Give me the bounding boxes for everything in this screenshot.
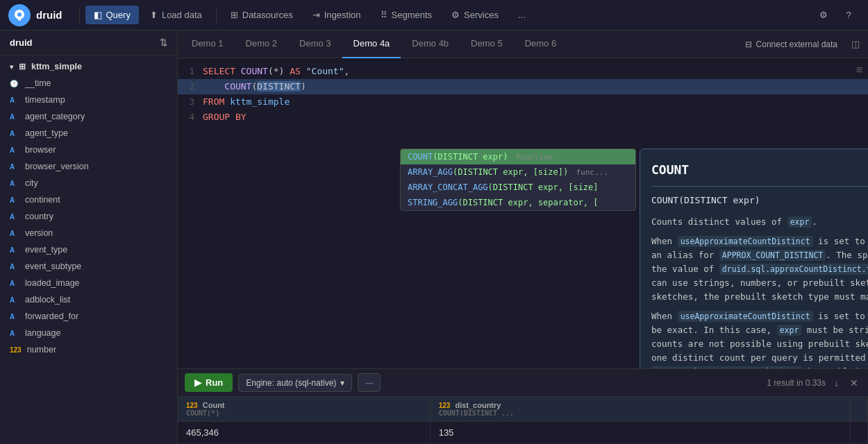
tab-demo5[interactable]: Demo 5 [460, 31, 514, 58]
scrollbar-cell [851, 422, 868, 444]
nav-item-query[interactable]: ◧ Query [85, 6, 139, 24]
sidebar-item-browser_version[interactable]: Abrowser_version [0, 158, 177, 175]
chevron-down-icon: ▾ [340, 378, 344, 388]
tab-demo3[interactable]: Demo 3 [288, 31, 342, 58]
table-row: 465,346 135 [178, 422, 868, 444]
main-layout: druid ⇅ ▾ ⊞ kttm_simple 🕐__timeAtimestam… [0, 31, 868, 444]
results-table: 123 Count COUNT(*) 123 dist_country COUN… [178, 397, 868, 444]
editor-area: 1 SELECT COUNT(*) AS "Count", 2 COUNT(DI… [178, 58, 868, 444]
sidebar-item-agent_type[interactable]: Aagent_type [0, 125, 177, 142]
sidebar-title: druid [10, 37, 33, 48]
browser-type-icon: A [10, 146, 19, 154]
city-type-icon: A [10, 180, 19, 187]
sidebar-item-timestamp[interactable]: Atimestamp [0, 92, 177, 108]
col-header-count: 123 Count COUNT(*) [178, 397, 430, 422]
sidebar-item-number[interactable]: 123number [0, 341, 177, 358]
agent_type-type-icon: A [10, 130, 19, 137]
tab-demo4a[interactable]: Demo 4a [342, 31, 401, 58]
sidebar-header: druid ⇅ [0, 31, 177, 56]
settings-button[interactable]: ⚙ [812, 4, 835, 26]
download-button[interactable]: ↓ [831, 375, 842, 391]
adblock_list-type-icon: A [10, 296, 19, 304]
sidebar-item-continent[interactable]: Acontinent [0, 191, 177, 208]
sidebar-item-version[interactable]: Aversion [0, 225, 177, 241]
sidebar-columns-container: 🕐__timeAtimestampAagent_categoryAagent_t… [0, 75, 177, 358]
col-header-dist-country: 123 dist_country COUNT(DISTINCT ... [430, 397, 850, 422]
query-icon: ◧ [94, 10, 102, 20]
agent_category-label: agent_category [25, 112, 85, 121]
sidebar-item-__time[interactable]: 🕐__time [0, 75, 177, 92]
close-results-button[interactable]: ✕ [847, 375, 861, 391]
code-line-1: 1 SELECT COUNT(*) AS "Count", [178, 64, 868, 79]
agent_category-type-icon: A [10, 113, 19, 121]
event_type-label: event_type [25, 245, 67, 255]
nav-item-more[interactable]: ... [510, 6, 534, 24]
help-button[interactable]: ? [837, 4, 860, 26]
cell-count: 465,346 [178, 422, 430, 444]
nav-item-load-data[interactable]: ⬆ Load data [142, 6, 210, 24]
forwarded_for-type-icon: A [10, 313, 19, 321]
timestamp-type-icon: A [10, 96, 19, 104]
ac-item-3[interactable]: ARRAY_CONCAT_AGG(DISTINCT expr, [size] [401, 180, 635, 195]
logo-icon [8, 4, 31, 26]
engine-selector[interactable]: Engine: auto (sql-native) ▾ [238, 374, 352, 392]
sidebar-datasource[interactable]: ▾ ⊞ kttm_simple [0, 58, 177, 75]
app-logo[interactable]: druid [8, 4, 62, 26]
results-header-row: 123 Count COUNT(*) 123 dist_country COUN… [178, 397, 868, 422]
number-label: number [27, 345, 56, 355]
sidebar-item-agent_category[interactable]: Aagent_category [0, 108, 177, 125]
logo-text: druid [36, 9, 62, 21]
nav-item-datasources[interactable]: ⊞ Datasources [222, 6, 301, 24]
version-label: version [25, 228, 53, 238]
city-label: city [25, 178, 38, 188]
table-icon: ⊞ [19, 62, 26, 71]
connect-icon: ⊟ [745, 40, 752, 49]
sidebar-item-country[interactable]: Acountry [0, 208, 177, 225]
timestamp-label: timestamp [25, 95, 65, 105]
ingestion-icon: ⇥ [312, 10, 320, 20]
nav-item-services[interactable]: ⚙ Services [443, 6, 507, 24]
content-area: Demo 1 Demo 2 Demo 3 Demo 4a Demo 4b Dem… [178, 31, 868, 444]
sidebar-item-adblock_list[interactable]: Aadblock_list [0, 291, 177, 308]
nav-item-ingestion[interactable]: ⇥ Ingestion [304, 6, 369, 24]
doc-short-desc: Counts distinct values of expr. [651, 215, 868, 229]
ac-item-4[interactable]: STRING_AGG(DISTINCT expr, separator, [ [401, 195, 635, 210]
sidebar-item-browser[interactable]: Abrowser [0, 142, 177, 158]
connect-external-button[interactable]: ⊟ Connect external data [737, 31, 846, 58]
sidebar-item-loaded_image[interactable]: Aloaded_image [0, 275, 177, 291]
browser-label: browser [25, 145, 56, 155]
ac-item-1[interactable]: COUNT(DISTINCT expr) function [401, 149, 635, 164]
tab-demo2[interactable]: Demo 2 [235, 31, 289, 58]
loaded_image-type-icon: A [10, 280, 19, 287]
sidebar-item-language[interactable]: Alanguage [0, 325, 177, 341]
sidebar-item-event_subtype[interactable]: Aevent_subtype [0, 258, 177, 275]
tab-demo1[interactable]: Demo 1 [181, 31, 235, 58]
sort-icon[interactable]: ⇅ [160, 37, 167, 48]
code-line-4: 4 GROUP BY [178, 110, 868, 125]
sidebar-item-city[interactable]: Acity [0, 175, 177, 191]
ac-item-2[interactable]: ARRAY_AGG(DISTINCT expr, [size]) func... [401, 164, 635, 180]
datasources-icon: ⊞ [231, 10, 238, 20]
browser_version-type-icon: A [10, 163, 19, 171]
run-play-icon: ▶ [194, 377, 201, 388]
result-info: 1 result in 0.33s [767, 378, 826, 388]
nav-item-segments[interactable]: ⠿ Segments [372, 6, 441, 24]
tab-demo4b[interactable]: Demo 4b [401, 31, 460, 58]
editor-overflow-button[interactable]: ≡ [856, 64, 862, 76]
code-editor[interactable]: 1 SELECT COUNT(*) AS "Count", 2 COUNT(DI… [178, 58, 868, 368]
sidebar-item-event_type[interactable]: Aevent_type [0, 241, 177, 258]
collapse-button[interactable]: ◫ [846, 39, 865, 49]
more-options-button[interactable]: ··· [358, 373, 381, 392]
event_subtype-type-icon: A [10, 263, 19, 271]
version-type-icon: A [10, 230, 19, 237]
country-label: country [25, 212, 53, 221]
run-button[interactable]: ▶ Run [185, 373, 233, 392]
__time-label: __time [25, 78, 51, 88]
event_subtype-label: event_subtype [25, 262, 81, 271]
autocomplete-popup[interactable]: COUNT(DISTINCT expr) function ARRAY_AGG(… [400, 148, 636, 211]
language-type-icon: A [10, 330, 19, 337]
sidebar-item-forwarded_for[interactable]: Aforwarded_for [0, 308, 177, 325]
tab-demo6[interactable]: Demo 6 [514, 31, 568, 58]
continent-label: continent [25, 195, 60, 205]
doc-panel: COUNT COUNT(DISTINCT expr) Counts distin… [640, 148, 868, 368]
